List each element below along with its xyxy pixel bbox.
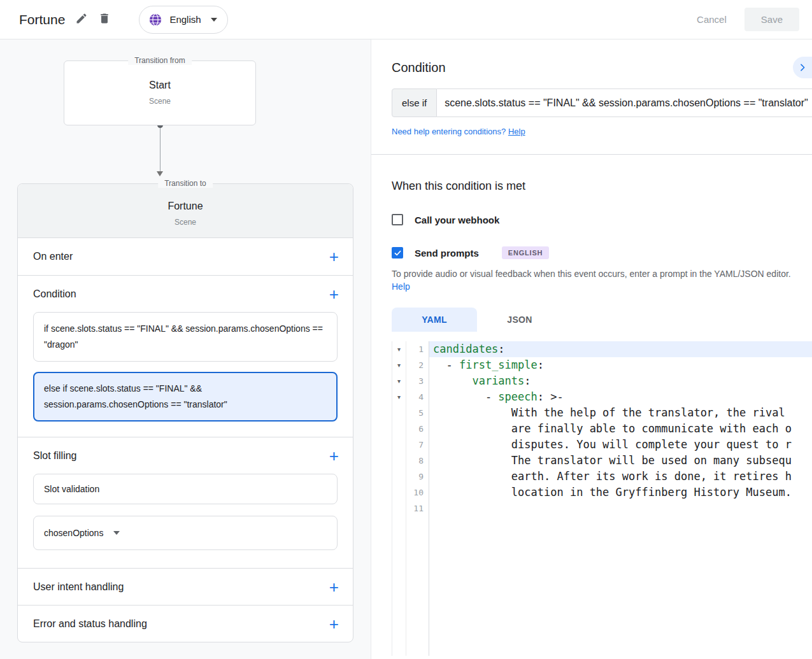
add-condition-button[interactable]: +: [329, 286, 339, 302]
divider: [371, 154, 812, 155]
fold-toggle-icon: [392, 453, 406, 469]
fold-toggle-icon: [392, 469, 406, 485]
transition-to-label: Transition to: [158, 179, 213, 188]
globe-icon: [148, 13, 162, 27]
code-line[interactable]: [429, 500, 812, 516]
page-title: Fortune: [19, 12, 65, 27]
fold-toggle-icon[interactable]: ▾: [392, 373, 406, 389]
code-line[interactable]: are finally able to communicate with eac…: [429, 421, 812, 437]
fold-toggle-icon: [392, 405, 406, 421]
line-number: 5: [406, 405, 424, 421]
condition-help-line: Need help entering conditions? Help: [392, 127, 812, 136]
help-question-text: Need help entering conditions?: [392, 127, 506, 136]
fold-toggle-icon: [392, 500, 406, 516]
transition-from-box[interactable]: Transition from Start Scene: [64, 60, 256, 125]
code-line[interactable]: With the help of the translator, the riv…: [429, 405, 812, 421]
editor-tabs: YAML JSON: [392, 308, 812, 332]
section-user-intent-label: User intent handling: [33, 581, 124, 593]
fold-toggle-icon[interactable]: ▾: [392, 341, 406, 357]
edit-title-button[interactable]: [75, 12, 88, 27]
code-lines: candidates: - first_simple: variants: - …: [429, 341, 812, 656]
section-slot-filling[interactable]: Slot filling +: [18, 437, 353, 474]
add-error-handling-button[interactable]: +: [329, 616, 339, 632]
code-line[interactable]: disputes. You will complete your quest t…: [429, 437, 812, 453]
send-prompts-label: Send prompts: [415, 248, 479, 259]
tab-json[interactable]: JSON: [477, 308, 562, 332]
add-on-enter-button[interactable]: +: [329, 248, 339, 265]
prompt-help-link[interactable]: Help: [392, 281, 410, 292]
section-condition-label: Condition: [33, 288, 76, 300]
condition-item-dragon[interactable]: if scene.slots.status == "FINAL" && sess…: [33, 312, 338, 362]
line-number: 2: [406, 357, 424, 373]
language-label: English: [169, 14, 201, 25]
webhook-row: Call your webhook: [392, 214, 812, 225]
scene-card: Transition to Fortune Scene On enter + C…: [17, 183, 353, 642]
transition-from-label: Transition from: [128, 56, 192, 65]
trash-icon: [98, 12, 111, 27]
gutter-numbers: 1234567891011: [406, 341, 429, 656]
section-on-enter[interactable]: On enter +: [18, 238, 353, 275]
section-on-enter-label: On enter: [33, 251, 73, 262]
code-line[interactable]: location in the Gryffinberg History Muse…: [429, 485, 812, 500]
code-line[interactable]: earth. After its work is done, it retire…: [429, 469, 812, 485]
line-number: 3: [406, 373, 424, 389]
detail-panel-title: Condition: [392, 60, 812, 75]
fold-toggle-icon[interactable]: ▾: [392, 357, 406, 373]
scene-graph-panel: Transition from Start Scene Transition t…: [0, 39, 371, 659]
code-line[interactable]: candidates:: [429, 341, 812, 357]
slot-chosenoptions-dropdown[interactable]: chosenOptions: [33, 516, 338, 550]
transition-arrow: [64, 125, 256, 176]
yaml-editor[interactable]: ▾▾▾▾ 1234567891011 candidates: - first_s…: [392, 341, 812, 656]
fold-toggle-icon[interactable]: ▾: [392, 389, 406, 405]
slot-validation-item[interactable]: Slot validation: [33, 474, 338, 504]
section-error-handling[interactable]: Error and status handling +: [18, 605, 353, 642]
webhook-checkbox[interactable]: [392, 214, 403, 225]
language-selector[interactable]: English: [139, 6, 227, 34]
save-button[interactable]: Save: [744, 8, 799, 31]
gutter-folds: ▾▾▾▾: [392, 341, 406, 656]
code-line[interactable]: - first_simple:: [429, 357, 812, 373]
code-line[interactable]: variants:: [429, 373, 812, 389]
scene-type: Scene: [18, 218, 353, 227]
send-prompts-checkbox[interactable]: [392, 247, 403, 259]
slot-name-label: chosenOptions: [44, 528, 103, 538]
section-slot-filling-label: Slot filling: [33, 450, 76, 462]
scene-card-header: Fortune Scene: [18, 184, 353, 238]
connector-line: [160, 128, 160, 171]
fold-toggle-icon: [392, 421, 406, 437]
line-number: 10: [406, 485, 424, 500]
prompt-help-text: To provide audio or visual feedback when…: [392, 267, 793, 293]
code-line[interactable]: - speech: >-: [429, 389, 812, 405]
cancel-button[interactable]: Cancel: [697, 14, 727, 25]
condition-help-link[interactable]: Help: [508, 127, 525, 136]
fold-toggle-icon: [392, 485, 406, 500]
code-line[interactable]: The translator will be used on many subs…: [429, 453, 812, 469]
scene-name: Fortune: [18, 201, 353, 212]
from-scene-name: Start: [64, 80, 255, 91]
arrow-down-icon: [157, 171, 163, 176]
add-user-intent-button[interactable]: +: [329, 579, 339, 595]
chevron-right-icon: [797, 62, 808, 73]
tab-yaml[interactable]: YAML: [392, 308, 477, 332]
line-number: 11: [406, 500, 424, 516]
section-condition[interactable]: Condition +: [18, 275, 353, 312]
webhook-label: Call your webhook: [415, 215, 499, 225]
pencil-icon: [75, 12, 88, 27]
condition-item-translator-selected[interactable]: else if scene.slots.status == "FINAL" &&…: [33, 372, 338, 422]
chevron-down-icon: [113, 531, 120, 535]
line-number: 4: [406, 389, 424, 405]
collapse-panel-button[interactable]: [793, 57, 812, 78]
header-actions: Cancel Save: [697, 8, 799, 31]
chevron-down-icon: [211, 18, 217, 22]
condition-expression-input[interactable]: scene.slots.status == "FINAL" && session…: [437, 89, 812, 117]
line-number: 6: [406, 421, 424, 437]
content-area: Transition from Start Scene Transition t…: [0, 39, 812, 659]
section-user-intent[interactable]: User intent handling +: [18, 568, 353, 605]
condition-expression-row: else if scene.slots.status == "FINAL" &&…: [392, 89, 812, 117]
delete-scene-button[interactable]: [98, 12, 111, 27]
condition-detail-panel: Condition else if scene.slots.status == …: [371, 39, 812, 659]
language-badge: ENGLISH: [502, 246, 550, 259]
add-slot-button[interactable]: +: [329, 448, 339, 464]
condition-prefix-label: else if: [392, 89, 437, 117]
from-scene-type: Scene: [64, 97, 255, 106]
